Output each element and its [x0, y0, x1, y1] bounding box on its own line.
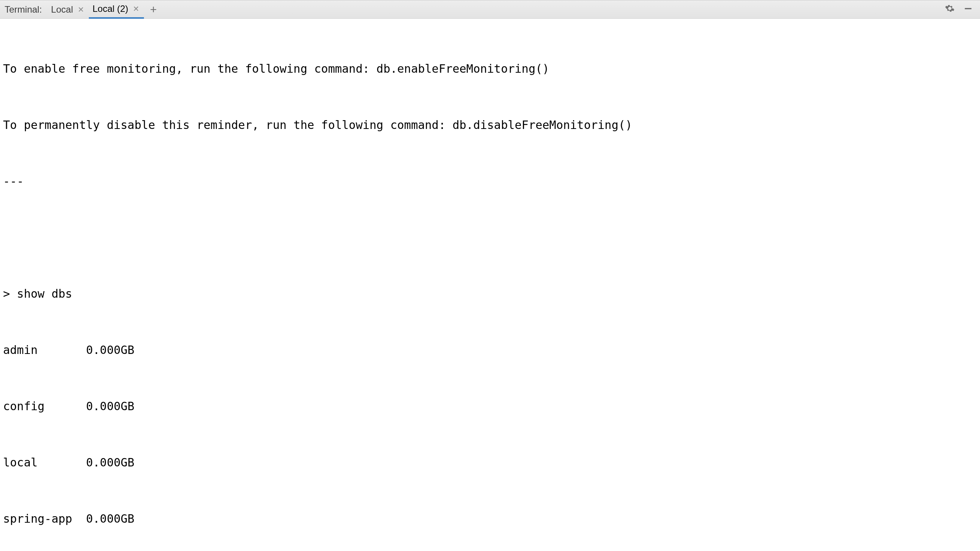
- terminal-line: > show dbs: [3, 284, 977, 303]
- terminal-line: local 0.000GB: [3, 453, 977, 472]
- terminal-tabbar: Terminal: Local ✕ Local (2) ✕ +: [0, 0, 980, 19]
- terminal-tab-label: Local: [51, 4, 73, 15]
- terminal-line: [3, 228, 977, 247]
- terminal-line: config 0.000GB: [3, 397, 977, 416]
- close-icon[interactable]: ✕: [77, 4, 85, 15]
- terminal-line: To enable free monitoring, run the follo…: [3, 59, 977, 78]
- terminal-tab-label: Local (2): [93, 3, 128, 14]
- add-terminal-tab-button[interactable]: +: [144, 4, 163, 15]
- close-icon[interactable]: ✕: [132, 3, 140, 14]
- svg-rect-12: [965, 8, 971, 9]
- terminal-tab-active[interactable]: Local (2) ✕: [89, 0, 144, 19]
- terminal-title: Terminal:: [3, 4, 47, 15]
- gear-icon[interactable]: [945, 3, 955, 16]
- terminal-line: To permanently disable this reminder, ru…: [3, 116, 977, 134]
- terminal-line: ---: [3, 172, 977, 191]
- terminal-output[interactable]: To enable free monitoring, run the follo…: [0, 19, 980, 551]
- terminal-tab[interactable]: Local ✕: [47, 0, 88, 19]
- terminal-line: admin 0.000GB: [3, 341, 977, 359]
- terminal-tool-window: Terminal: Local ✕ Local (2) ✕ + To enabl…: [0, 0, 980, 551]
- terminal-line: spring-app 0.000GB: [3, 509, 977, 528]
- minimize-icon[interactable]: [963, 3, 973, 16]
